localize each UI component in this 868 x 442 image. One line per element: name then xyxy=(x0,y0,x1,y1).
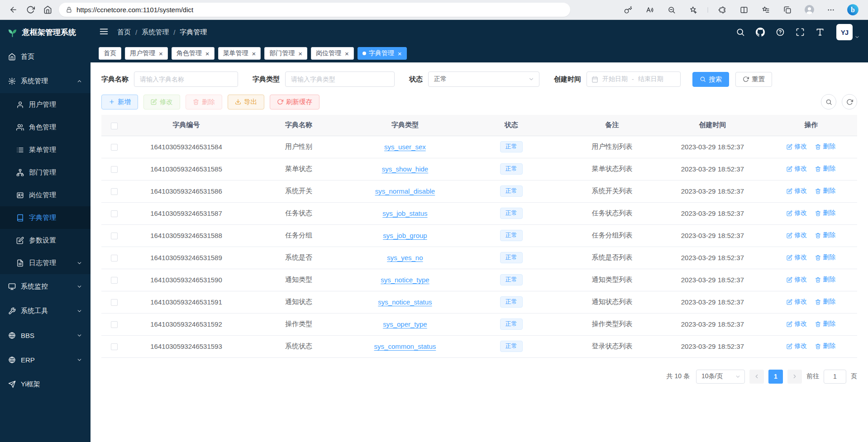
row-edit-button[interactable]: 修改 xyxy=(787,320,807,328)
dict-type-link[interactable]: sys_job_group xyxy=(383,232,427,239)
row-edit-button[interactable]: 修改 xyxy=(787,209,807,217)
brand-badge[interactable]: YJ xyxy=(836,24,853,40)
sidebar-item-bbs[interactable]: BBS xyxy=(0,323,91,347)
user-menu[interactable]: YJ xyxy=(836,24,860,40)
extensions-icon[interactable] xyxy=(711,2,733,18)
dict-type-link[interactable]: sys_normal_disable xyxy=(375,187,435,195)
sidebar-item-yiframe[interactable]: Yi框架 xyxy=(0,372,91,396)
row-delete-button[interactable]: 删除 xyxy=(815,253,835,261)
status-select[interactable]: 正常 xyxy=(428,71,539,87)
row-delete-button[interactable]: 删除 xyxy=(815,342,835,350)
sidebar-item-user[interactable]: 用户管理 xyxy=(0,93,91,116)
key-icon[interactable] xyxy=(617,2,639,18)
row-delete-button[interactable]: 删除 xyxy=(815,276,835,284)
sidebar-item-log[interactable]: 日志管理 xyxy=(0,252,91,274)
sidebar-toggle-button[interactable] xyxy=(99,26,109,38)
dict-name-input[interactable] xyxy=(134,71,238,87)
split-screen-icon[interactable] xyxy=(733,2,755,18)
dict-type-link[interactable]: sys_job_status xyxy=(382,209,427,217)
current-page[interactable]: 1 xyxy=(768,370,783,384)
delete-button[interactable]: 删除 xyxy=(186,95,222,109)
export-button[interactable]: 导出 xyxy=(228,95,264,109)
row-delete-button[interactable]: 删除 xyxy=(815,320,835,328)
close-icon[interactable]: × xyxy=(345,50,349,57)
sidebar-item-role[interactable]: 角色管理 xyxy=(0,116,91,138)
row-checkbox[interactable] xyxy=(111,188,118,195)
reset-button[interactable]: 重置 xyxy=(735,72,772,87)
read-aloud-icon[interactable] xyxy=(639,2,661,18)
profile-avatar-icon[interactable] xyxy=(798,2,820,18)
tab-5[interactable]: 岗位管理× xyxy=(311,47,354,60)
row-checkbox[interactable] xyxy=(111,233,118,239)
help-icon[interactable] xyxy=(776,28,785,37)
row-checkbox[interactable] xyxy=(111,343,118,350)
tab-6[interactable]: 字典管理× xyxy=(358,47,407,60)
row-edit-button[interactable]: 修改 xyxy=(787,165,807,173)
row-checkbox[interactable] xyxy=(111,210,118,217)
breadcrumb-item[interactable]: 首页 xyxy=(117,28,131,37)
bing-icon[interactable]: b xyxy=(842,2,863,18)
row-delete-button[interactable]: 删除 xyxy=(815,143,835,151)
tab-0[interactable]: 首页 xyxy=(99,47,121,60)
row-checkbox[interactable] xyxy=(111,277,118,284)
close-icon[interactable]: × xyxy=(252,50,256,57)
row-delete-button[interactable]: 删除 xyxy=(815,298,835,306)
tab-4[interactable]: 部门管理× xyxy=(264,47,307,60)
github-icon[interactable] xyxy=(756,28,765,37)
add-button[interactable]: 新增 xyxy=(101,95,138,109)
toggle-search-button[interactable] xyxy=(821,94,836,109)
row-delete-button[interactable]: 删除 xyxy=(815,209,835,217)
more-icon[interactable] xyxy=(820,2,842,18)
address-bar[interactable]: https://ccnetcore.com:1101/system/dict xyxy=(59,3,570,17)
font-size-icon[interactable] xyxy=(816,28,825,37)
date-range-picker[interactable]: 开始日期 - 结束日期 xyxy=(587,71,681,87)
dict-type-input[interactable] xyxy=(285,71,395,87)
dict-type-link[interactable]: sys_oper_type xyxy=(383,320,427,328)
dict-type-link[interactable]: sys_yes_no xyxy=(387,254,423,261)
favorites-bar-icon[interactable] xyxy=(755,2,777,18)
sidebar-item-tool[interactable]: 系统工具 xyxy=(0,299,91,323)
home-icon[interactable] xyxy=(39,2,56,18)
edit-button[interactable]: 修改 xyxy=(143,95,180,109)
row-checkbox[interactable] xyxy=(111,299,118,306)
zoom-out-icon[interactable] xyxy=(661,2,682,18)
row-checkbox[interactable] xyxy=(111,166,118,173)
close-icon[interactable]: × xyxy=(398,50,402,57)
search-icon[interactable] xyxy=(736,28,745,37)
sidebar-item-system[interactable]: 系统管理 xyxy=(0,69,91,93)
sidebar-item-config[interactable]: 参数设置 xyxy=(0,229,91,252)
sidebar-item-post[interactable]: 岗位管理 xyxy=(0,184,91,206)
tab-3[interactable]: 菜单管理× xyxy=(218,47,261,60)
favorites-add-icon[interactable] xyxy=(682,2,704,18)
row-edit-button[interactable]: 修改 xyxy=(787,143,807,151)
dict-type-link[interactable]: sys_notice_status xyxy=(378,298,432,306)
dict-type-link[interactable]: sys_show_hide xyxy=(382,165,429,173)
row-delete-button[interactable]: 删除 xyxy=(815,231,835,239)
close-icon[interactable]: × xyxy=(298,50,302,57)
sidebar-item-erp[interactable]: ERP xyxy=(0,347,91,372)
dict-type-link[interactable]: sys_common_status xyxy=(374,342,436,350)
dict-type-link[interactable]: sys_user_sex xyxy=(384,143,426,151)
tab-2[interactable]: 角色管理× xyxy=(172,47,215,60)
refresh-table-button[interactable] xyxy=(842,94,857,109)
row-delete-button[interactable]: 删除 xyxy=(815,187,835,195)
tab-1[interactable]: 用户管理× xyxy=(125,47,168,60)
row-edit-button[interactable]: 修改 xyxy=(787,253,807,261)
dict-type-link[interactable]: sys_notice_type xyxy=(381,276,429,284)
refresh-icon[interactable] xyxy=(22,2,39,18)
sidebar-item-monitor[interactable]: 系统监控 xyxy=(0,274,91,299)
prev-page-button[interactable] xyxy=(749,370,764,384)
row-checkbox[interactable] xyxy=(111,144,118,151)
row-edit-button[interactable]: 修改 xyxy=(787,298,807,306)
sidebar-item-menu[interactable]: 菜单管理 xyxy=(0,138,91,161)
search-button[interactable]: 搜索 xyxy=(692,72,729,87)
refresh-cache-button[interactable]: 刷新缓存 xyxy=(270,95,320,109)
row-edit-button[interactable]: 修改 xyxy=(787,342,807,350)
breadcrumb-item[interactable]: 系统管理 xyxy=(142,28,169,37)
sidebar-item-dict[interactable]: 字典管理 xyxy=(0,206,91,229)
page-size-select[interactable]: 10条/页 xyxy=(696,370,745,384)
row-checkbox[interactable] xyxy=(111,321,118,328)
goto-page-input[interactable] xyxy=(824,370,846,384)
select-all-checkbox[interactable] xyxy=(111,123,118,129)
sidebar-item-home[interactable]: 首页 xyxy=(0,44,91,69)
